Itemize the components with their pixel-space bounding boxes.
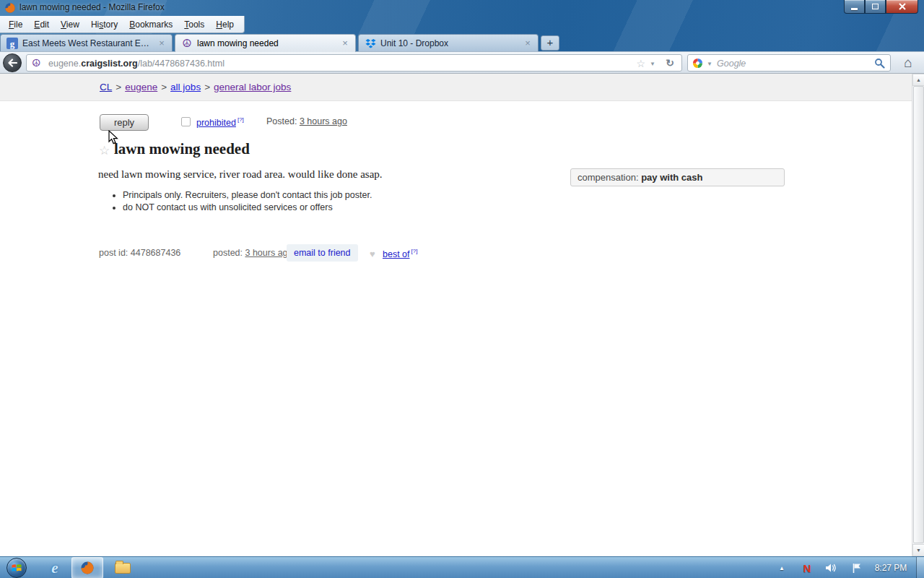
posting-body: need lawn mowing service, river road are… [98,168,383,181]
heart-icon: ♥ [370,249,375,259]
page-title: lawn mowing needed [114,140,250,158]
restore-button[interactable] [865,0,886,14]
tab-lawn-mowing-needed[interactable]: ☮ lawn mowing needed × [175,34,356,52]
tab-dropbox[interactable]: Unit 10 - Dropbox × [358,34,539,52]
minimize-button[interactable] [844,0,865,14]
home-button[interactable]: ⌂ [897,53,919,72]
new-tab-button[interactable]: + [541,35,559,51]
site-peace-icon: ☮ [32,57,41,69]
back-arrow-icon [7,59,17,67]
reply-button[interactable]: reply [100,114,149,131]
action-center-flag-icon[interactable] [847,557,866,578]
tab-close-icon[interactable]: × [156,38,167,49]
internet-explorer-icon: e [51,559,58,577]
back-button[interactable] [3,53,22,72]
magnifier-icon[interactable] [874,58,885,69]
compensation-box: compensation: pay with cash [570,168,785,186]
posted-text: Posted: 3 hours ago [266,116,347,126]
breadcrumb-link-general-labor-jobs[interactable]: general labor jobs [214,82,291,92]
menu-bar: File Edit View History Bookmarks Tools H… [0,16,245,33]
best-of-link[interactable]: best of? [383,248,417,259]
taskbar-ie-button[interactable]: e [40,557,69,578]
posted-time: 3 hours ago [300,116,347,126]
desktop: lawn mowing needed - Mozilla Firefox Fil… [0,0,924,578]
show-desktop-button[interactable] [916,557,924,578]
tray-n-icon[interactable]: N [798,557,816,578]
tab-title: lawn mowing needed [197,38,336,48]
notice-item: Principals only. Recruiters, please don'… [123,189,372,202]
menu-file[interactable]: File [3,17,28,32]
menu-view[interactable]: View [55,17,85,32]
engine-dropdown-icon[interactable]: ▼ [707,61,712,67]
start-button[interactable] [3,557,30,578]
dropbox-icon [365,38,376,49]
scroll-down-button[interactable]: ▼ [912,544,924,556]
url-dropdown-icon[interactable]: ▼ [650,61,655,67]
tab-close-icon[interactable]: × [522,38,533,49]
reload-icon[interactable]: ↻ [666,57,674,69]
breadcrumb: CL>eugene>all jobs>general labor jobs [100,82,291,92]
posted-footer: posted: 3 hours ago [213,248,293,258]
search-box[interactable]: ▼ Google [687,54,891,72]
search-placeholder: Google [717,59,746,69]
browser-content: CL>eugene>all jobs>general labor jobs re… [0,74,924,556]
minimize-icon [851,8,858,10]
google-favicon-icon: g [6,38,18,49]
tab-close-icon[interactable]: × [339,38,351,49]
craigslist-peace-icon: ☮ [181,38,193,49]
menu-help[interactable]: Help [210,17,240,32]
tab-title: East Meets West Restaurant Eugene, ... [22,38,153,48]
help-superscript[interactable]: ? [237,116,244,123]
menu-history[interactable]: History [85,17,123,32]
notices-list: Principals only. Recruiters, please don'… [113,189,372,213]
scrollbar-thumb[interactable] [913,86,924,543]
home-icon: ⌂ [904,56,912,70]
help-superscript[interactable]: ? [411,248,418,254]
folder-icon [115,563,131,574]
url-bar[interactable]: ☮ eugene.craigslist.org/lab/4478687436.h… [26,54,682,72]
breadcrumb-link-eugene[interactable]: eugene [125,82,157,92]
breadcrumb-link-all-jobs[interactable]: all jobs [170,82,201,92]
prohibited-link[interactable]: prohibited? [196,116,244,128]
show-hidden-icons-button[interactable]: ▲ [774,557,790,578]
close-icon [899,3,906,10]
favorite-star-icon[interactable]: ☆ [99,143,110,158]
email-to-friend-box: email to friend [287,244,358,262]
window-title: lawn mowing needed - Mozilla Firefox [19,2,165,12]
taskbar-clock[interactable]: 8:27 PM [869,557,912,578]
taskbar-explorer-button[interactable] [108,557,137,578]
mouse-cursor [108,130,118,145]
volume-icon[interactable] [821,557,840,578]
menu-bookmarks[interactable]: Bookmarks [123,17,178,32]
tab-title: Unit 10 - Dropbox [380,38,519,48]
vertical-scrollbar[interactable]: ▲ ▼ [912,74,924,556]
tab-bar: g East Meets West Restaurant Eugene, ...… [0,33,924,52]
menu-edit[interactable]: Edit [28,17,55,32]
taskbar-firefox-button[interactable] [71,557,103,578]
url-text: eugene.craigslist.org/lab/4478687436.htm… [48,59,225,69]
menu-tools[interactable]: Tools [178,17,210,32]
firefox-logo-icon [4,2,16,14]
breadcrumb-link-cl[interactable]: CL [100,82,112,92]
compensation-value: pay with cash [641,172,702,183]
windows-logo-icon [6,558,27,578]
post-id: post id: 4478687436 [99,248,180,258]
craigslist-header-band: CL>eugene>all jobs>general labor jobs [0,74,912,101]
posting-footer: post id: 4478687436 posted: 3 hours ago … [0,243,912,264]
email-to-friend-link[interactable]: email to friend [294,248,351,258]
prohibited-checkbox[interactable] [181,117,191,126]
notice-item: do NOT contact us with unsolicited servi… [123,202,372,214]
navigation-toolbar: ☮ eugene.craigslist.org/lab/4478687436.h… [0,51,924,74]
taskbar: e ▲ N 8:27 PM [0,556,924,578]
tab-east-meets-west[interactable]: g East Meets West Restaurant Eugene, ...… [0,34,173,52]
scroll-up-button[interactable]: ▲ [912,74,924,86]
close-button[interactable] [886,0,918,14]
bookmark-star-icon[interactable]: ☆ [636,58,645,69]
window-title-bar[interactable]: lawn mowing needed - Mozilla Firefox [0,0,924,16]
google-engine-icon [692,58,703,69]
window-controls [844,0,918,14]
firefox-icon [80,561,95,575]
restore-icon [872,4,879,9]
